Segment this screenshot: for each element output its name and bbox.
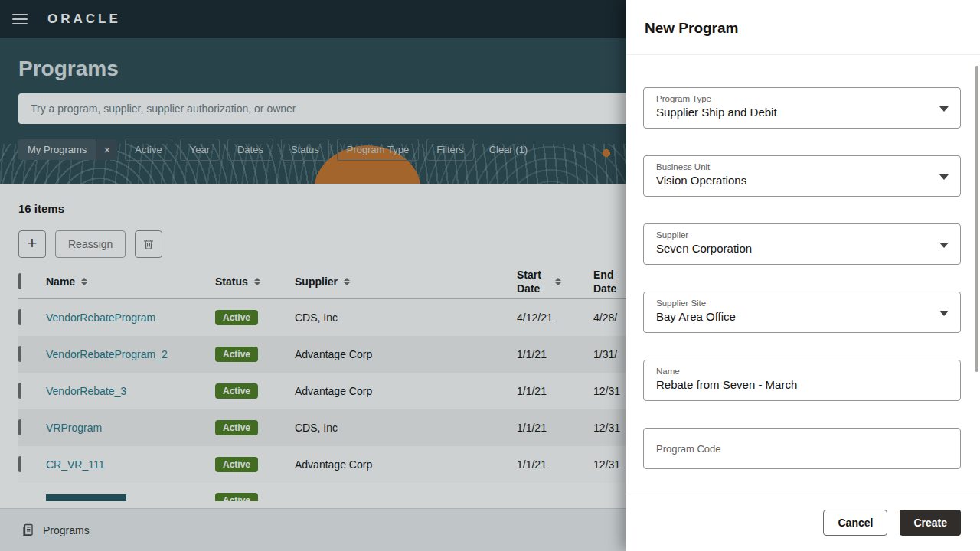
panel-footer: Cancel Create [626, 494, 980, 551]
field-value: Supplier Ship and Debit [656, 106, 929, 119]
program-type-select[interactable]: Program Type Supplier Ship and Debit [643, 87, 961, 129]
field-value: Vision Operations [656, 174, 929, 187]
field-label: Business Unit [656, 162, 929, 171]
cancel-button[interactable]: Cancel [823, 510, 887, 536]
chevron-down-icon[interactable] [939, 174, 949, 180]
chevron-down-icon[interactable] [939, 243, 949, 248]
field-value: Seven Corporation [656, 242, 929, 255]
field-label: Supplier Site [656, 298, 929, 308]
field-label: Program Code [656, 443, 721, 455]
supplier-select[interactable]: Supplier Seven Corporation [643, 223, 961, 265]
panel-title: New Program [645, 20, 962, 37]
panel-form: Program Type Supplier Ship and Debit Bus… [626, 55, 980, 469]
supplier-site-select[interactable]: Supplier Site Bay Area Office [643, 292, 961, 333]
field-label: Program Type [656, 94, 929, 103]
create-button[interactable]: Create [900, 510, 961, 536]
field-value: Rebate from Seven - March [656, 378, 929, 391]
panel-scrollbar [975, 61, 978, 548]
screen: ORACLE Programs My Programs Active Year … [0, 0, 980, 551]
new-program-panel: New Program Program Type Supplier Ship a… [626, 0, 980, 551]
name-input[interactable]: Name Rebate from Seven - March [643, 360, 961, 401]
panel-header: New Program [626, 0, 980, 55]
scrollbar-thumb[interactable] [975, 66, 978, 372]
field-value: Bay Area Office [656, 310, 929, 323]
chevron-down-icon[interactable] [939, 106, 949, 112]
business-unit-select[interactable]: Business Unit Vision Operations [643, 155, 961, 197]
field-label: Supplier [656, 230, 929, 240]
program-code-input[interactable]: Program Code [643, 428, 961, 469]
field-label: Name [656, 367, 929, 376]
chevron-down-icon[interactable] [939, 311, 949, 316]
